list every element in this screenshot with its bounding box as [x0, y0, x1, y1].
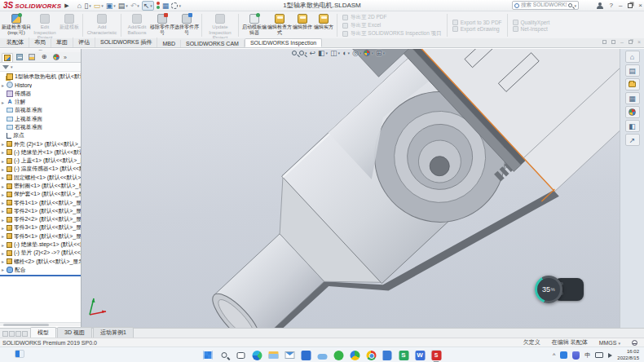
export-2d-pdf-button[interactable]: 导出至 2D PDF: [342, 14, 442, 21]
new-template-button[interactable]: 新建模板: [59, 12, 80, 38]
open-icon[interactable]: ▭▾: [94, 2, 104, 10]
edge-icon[interactable]: [252, 350, 262, 360]
reader-icon[interactable]: [382, 350, 393, 360]
tree-item-history[interactable]: ▸History: [0, 81, 81, 89]
status-units[interactable]: MMGS▾: [599, 340, 620, 346]
tree-item-origin[interactable]: 原点: [0, 131, 81, 139]
tree-root[interactable]: 1型轴承散热电机 (默认<默认_显示状态-1: [0, 73, 81, 81]
mail-icon[interactable]: [285, 350, 295, 360]
panel-tabs-overflow-icon[interactable]: »: [63, 55, 67, 60]
help-button[interactable]: ?: [609, 2, 612, 9]
edit-appearance-icon[interactable]: ▾: [364, 49, 373, 57]
edit-inspection-project-button[interactable]: Edit Inspection Project: [31, 12, 59, 38]
pane-splitter-buttons[interactable]: [0, 331, 30, 338]
tree-item-part[interactable]: ▸零件2<1> (默认<<默认>_显示状态: [0, 207, 81, 215]
edit-measurement-button[interactable]: 编辑实方: [313, 12, 334, 38]
browser-icon[interactable]: [350, 350, 360, 360]
tree-item-right-plane[interactable]: 右视基准面: [0, 123, 81, 131]
tab-evaluate[interactable]: 评估: [73, 38, 95, 47]
globe-icon[interactable]: [632, 340, 637, 346]
tree-item-part[interactable]: ▸(-) 绝缘垫.step<1> (默认<<默认>_: [0, 241, 81, 249]
tab-configurationmanager[interactable]: [26, 53, 37, 62]
rebuild-icon[interactable]: [157, 2, 160, 9]
file-explorer-icon[interactable]: [625, 78, 640, 90]
tab-cam[interactable]: SOLIDWORKS CAM: [181, 40, 245, 47]
export-inspection-project-button[interactable]: 导出至 SOLIDWORKS Inspection 项目: [342, 30, 442, 38]
tab-inspection[interactable]: SOLIDWORKS Inspection: [245, 38, 322, 47]
tree-item-part[interactable]: ▸固定螺栓<1> (默认<<默认>_显示状: [0, 174, 81, 182]
chrome-icon[interactable]: [366, 350, 377, 360]
tab-assembly[interactable]: 装配体: [2, 38, 29, 47]
qualityxpert-button[interactable]: QualityXpert: [513, 20, 550, 25]
appearances-scenes-icon[interactable]: [625, 106, 640, 118]
view-orientation-icon[interactable]: ◫▾: [330, 49, 340, 57]
launch-template-editor-button[interactable]: 启动模板编辑器: [241, 12, 267, 38]
select-cursor-icon[interactable]: ↖▾: [142, 1, 154, 11]
doc-window-icon[interactable]: [602, 40, 607, 44]
tree-item-part[interactable]: ▸零件3<1> (默认<<默认>_显示状态: [0, 223, 81, 232]
task-view-icon[interactable]: [236, 350, 246, 360]
tree-item-part[interactable]: ▸零件2<2> (默认<<默认>_显示状态: [0, 215, 81, 223]
restore-button[interactable]: [628, 3, 633, 8]
zoom-fit-icon[interactable]: [292, 51, 297, 55]
search-icon[interactable]: [568, 3, 572, 7]
file-properties-icon[interactable]: ▦: [162, 2, 170, 10]
tree-item-annotations[interactable]: ▸A注解: [0, 98, 81, 106]
zoom-overlay-widget[interactable]: 35%: [535, 276, 585, 303]
view-settings-icon[interactable]: ⊞▾: [376, 49, 385, 57]
search-icon-taskbar[interactable]: [219, 350, 230, 360]
section-view-icon[interactable]: ◧▾: [318, 49, 328, 57]
update-inspection-project-button[interactable]: Update Inspection Project: [205, 12, 236, 38]
tree-item-part[interactable]: ▸零件5<1> (默认<<默认>_显示状态: [0, 232, 81, 241]
wechat-icon[interactable]: [333, 350, 344, 360]
doc-minimize-icon[interactable]: –: [620, 39, 624, 45]
menu-flyout-arrow[interactable]: ▶: [64, 2, 68, 9]
custom-properties-icon[interactable]: ◧: [625, 120, 640, 132]
tab-sketch[interactable]: 草图: [51, 38, 73, 47]
tab-motion-study[interactable]: 运动算例1: [93, 327, 134, 338]
previous-view-icon[interactable]: ↩: [310, 49, 316, 57]
tree-horizontal-scrollbar[interactable]: [0, 322, 81, 326]
solidworks-resources-icon[interactable]: ⌂: [625, 51, 640, 63]
zoom-area-icon[interactable]: ▾: [299, 49, 307, 57]
tree-item-part[interactable]: ▸密封圈<1> (默认<<默认>_显示状态: [0, 182, 81, 190]
remove-balloons-button[interactable]: 移除零件序号: [150, 12, 174, 38]
design-library-icon[interactable]: ▤: [625, 64, 640, 77]
tab-layout[interactable]: 布局: [29, 38, 51, 47]
tab-model[interactable]: 模型: [30, 327, 56, 338]
tree-filter[interactable]: ▾: [0, 63, 81, 72]
add-edit-balloons-button[interactable]: Add/Edit Balloons: [124, 12, 150, 38]
onedrive-icon[interactable]: [317, 350, 328, 360]
solidworks-taskbar-icon[interactable]: S: [431, 350, 442, 360]
app-s-icon[interactable]: S: [399, 350, 409, 360]
tree-item-part[interactable]: ▸(-) 温度传感器<1> (默认<<默认>_显: [0, 165, 81, 173]
print-icon[interactable]: ▤▾: [118, 2, 128, 10]
tray-expand-icon[interactable]: ^: [553, 352, 555, 358]
tree-item-part[interactable]: ▸(-) 绝缘垫片<1> (默认<<默认>_显示: [0, 148, 81, 157]
options-gear-icon[interactable]: ▾: [171, 2, 181, 10]
scrollbar-thumb[interactable]: [3, 324, 49, 326]
hide-show-items-icon[interactable]: ◎▾: [352, 49, 361, 57]
export-excel-button[interactable]: 导出至 Excel: [342, 22, 442, 29]
tab-mbd[interactable]: MBD: [157, 40, 181, 47]
doc-restore-icon[interactable]: [629, 40, 633, 44]
filter-dropdown-icon[interactable]: ▾: [11, 64, 13, 69]
rollback-bar[interactable]: [0, 275, 81, 276]
3d-viewport[interactable]: ▾ ↩ ◧▾ ◫▾ ◐▾ ◎▾ ▾ ⊞▾ 35%: [82, 49, 620, 328]
doc-close-icon[interactable]: ×: [637, 39, 641, 45]
network-icon[interactable]: [595, 352, 603, 358]
tree-item-part[interactable]: ▸外壳 (2)<1> (默认<<默认>_显示状态: [0, 139, 81, 148]
search-box[interactable]: 搜索 SOLIDWORKS 帮助 ▾: [512, 1, 579, 10]
close-button[interactable]: ×: [638, 2, 642, 9]
display-style-icon[interactable]: ◐▾: [342, 49, 350, 57]
edit-operation-button[interactable]: 编辑操作: [292, 12, 313, 38]
home-icon[interactable]: ⌂: [77, 2, 82, 10]
store-icon[interactable]: [301, 350, 311, 360]
tab-propertymanager[interactable]: [14, 53, 25, 62]
tray-shield-icon[interactable]: [572, 351, 580, 360]
add-characteristic-button[interactable]: Add Characteristic: [86, 12, 118, 38]
minimize-button[interactable]: –: [619, 2, 622, 9]
undo-icon[interactable]: ↶▾: [130, 2, 139, 10]
ime-indicator[interactable]: 中: [584, 351, 590, 360]
tree-item-mates[interactable]: ▸配合: [0, 266, 81, 274]
